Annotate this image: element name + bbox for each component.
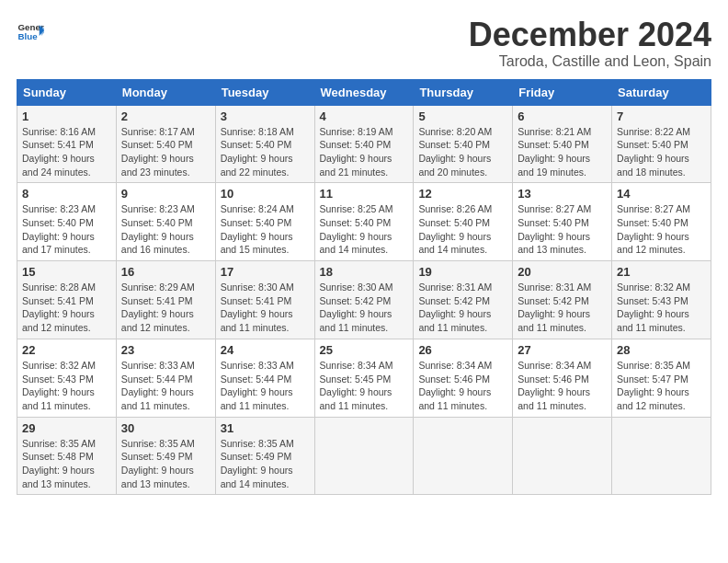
- day-number: 5: [418, 109, 507, 123]
- header-saturday: Saturday: [612, 79, 711, 105]
- week-row-4: 22 Sunrise: 8:32 AM Sunset: 5:43 PM Dayl…: [17, 339, 711, 417]
- calendar-table: Sunday Monday Tuesday Wednesday Thursday…: [17, 79, 711, 496]
- daylight-label: Daylight: 9 hours and 20 minutes.: [418, 153, 491, 178]
- daylight-label: Daylight: 9 hours and 18 minutes.: [617, 153, 689, 178]
- day-number: 3: [221, 109, 310, 123]
- sunrise-label: Sunrise: 8:23 AM: [121, 203, 195, 214]
- sunset-label: Sunset: 5:44 PM: [221, 373, 292, 385]
- daylight-label: Daylight: 9 hours and 11 minutes.: [22, 386, 95, 411]
- sunset-label: Sunset: 5:40 PM: [121, 217, 193, 228]
- day-info: Sunrise: 8:16 AM Sunset: 5:41 PM Dayligh…: [22, 125, 111, 179]
- title-area: December 2024 Taroda, Castille and Leon,…: [469, 17, 711, 70]
- calendar-cell: 8 Sunrise: 8:23 AM Sunset: 5:40 PM Dayli…: [17, 183, 117, 261]
- day-info: Sunrise: 8:25 AM Sunset: 5:40 PM Dayligh…: [320, 202, 409, 257]
- sunrise-label: Sunrise: 8:34 AM: [418, 360, 492, 371]
- day-number: 12: [418, 187, 507, 201]
- daylight-label: Daylight: 9 hours and 14 minutes.: [320, 231, 392, 256]
- calendar-cell: [414, 417, 513, 495]
- daylight-label: Daylight: 9 hours and 11 minutes.: [518, 308, 590, 333]
- day-number: 7: [617, 109, 706, 123]
- day-info: Sunrise: 8:31 AM Sunset: 5:42 PM Dayligh…: [518, 281, 607, 335]
- sunrise-label: Sunrise: 8:33 AM: [121, 360, 195, 371]
- day-number: 4: [320, 109, 409, 123]
- calendar-cell: 16 Sunrise: 8:29 AM Sunset: 5:41 PM Dayl…: [116, 261, 215, 339]
- sunset-label: Sunset: 5:40 PM: [320, 139, 392, 150]
- logo: General Blue: [17, 17, 44, 44]
- calendar-cell: 19 Sunrise: 8:31 AM Sunset: 5:42 PM Dayl…: [414, 261, 513, 339]
- sunset-label: Sunset: 5:46 PM: [418, 373, 490, 385]
- calendar-cell: 24 Sunrise: 8:33 AM Sunset: 5:44 PM Dayl…: [215, 339, 314, 417]
- calendar-cell: 25 Sunrise: 8:34 AM Sunset: 5:45 PM Dayl…: [314, 339, 414, 417]
- header-friday: Friday: [513, 79, 612, 105]
- calendar-cell: 5 Sunrise: 8:20 AM Sunset: 5:40 PM Dayli…: [414, 105, 513, 183]
- calendar-cell: 27 Sunrise: 8:34 AM Sunset: 5:46 PM Dayl…: [513, 339, 612, 417]
- calendar-cell: 3 Sunrise: 8:18 AM Sunset: 5:40 PM Dayli…: [215, 105, 314, 183]
- day-number: 10: [221, 187, 310, 201]
- subtitle: Taroda, Castille and Leon, Spain: [469, 53, 711, 70]
- daylight-label: Daylight: 9 hours and 19 minutes.: [518, 153, 590, 178]
- calendar-cell: 21 Sunrise: 8:32 AM Sunset: 5:43 PM Dayl…: [612, 261, 711, 339]
- sunset-label: Sunset: 5:44 PM: [121, 373, 193, 385]
- day-info: Sunrise: 8:35 AM Sunset: 5:49 PM Dayligh…: [221, 437, 310, 491]
- sunset-label: Sunset: 5:40 PM: [320, 217, 392, 228]
- daylight-label: Daylight: 9 hours and 13 minutes.: [518, 231, 590, 256]
- daylight-label: Daylight: 9 hours and 12 minutes.: [617, 386, 689, 411]
- day-info: Sunrise: 8:33 AM Sunset: 5:44 PM Dayligh…: [121, 359, 210, 413]
- day-info: Sunrise: 8:32 AM Sunset: 5:43 PM Dayligh…: [22, 359, 111, 413]
- sunset-label: Sunset: 5:49 PM: [221, 451, 292, 462]
- sunrise-label: Sunrise: 8:19 AM: [320, 126, 393, 137]
- day-info: Sunrise: 8:35 AM Sunset: 5:47 PM Dayligh…: [617, 359, 706, 413]
- sunrise-label: Sunrise: 8:34 AM: [320, 360, 393, 371]
- day-number: 14: [617, 187, 706, 201]
- sunset-label: Sunset: 5:42 PM: [418, 295, 490, 306]
- sunset-label: Sunset: 5:41 PM: [22, 295, 94, 306]
- daylight-label: Daylight: 9 hours and 15 minutes.: [221, 231, 293, 256]
- day-info: Sunrise: 8:19 AM Sunset: 5:40 PM Dayligh…: [320, 125, 409, 179]
- calendar-cell: 18 Sunrise: 8:30 AM Sunset: 5:42 PM Dayl…: [314, 261, 414, 339]
- day-info: Sunrise: 8:23 AM Sunset: 5:40 PM Dayligh…: [22, 202, 111, 257]
- day-number: 13: [518, 187, 607, 201]
- week-row-2: 8 Sunrise: 8:23 AM Sunset: 5:40 PM Dayli…: [17, 183, 711, 261]
- day-number: 20: [518, 265, 607, 279]
- day-info: Sunrise: 8:30 AM Sunset: 5:41 PM Dayligh…: [221, 281, 310, 335]
- day-info: Sunrise: 8:30 AM Sunset: 5:42 PM Dayligh…: [320, 281, 409, 335]
- header-row: Sunday Monday Tuesday Wednesday Thursday…: [17, 79, 711, 105]
- sunset-label: Sunset: 5:40 PM: [518, 217, 589, 228]
- sunset-label: Sunset: 5:40 PM: [418, 139, 490, 150]
- sunrise-label: Sunrise: 8:28 AM: [22, 282, 96, 293]
- daylight-label: Daylight: 9 hours and 17 minutes.: [22, 231, 95, 256]
- daylight-label: Daylight: 9 hours and 12 minutes.: [617, 231, 689, 256]
- calendar-cell: 13 Sunrise: 8:27 AM Sunset: 5:40 PM Dayl…: [513, 183, 612, 261]
- sunrise-label: Sunrise: 8:17 AM: [121, 126, 195, 137]
- header-thursday: Thursday: [414, 79, 513, 105]
- calendar-cell: 7 Sunrise: 8:22 AM Sunset: 5:40 PM Dayli…: [612, 105, 711, 183]
- header-tuesday: Tuesday: [215, 79, 314, 105]
- sunrise-label: Sunrise: 8:26 AM: [418, 203, 492, 214]
- sunset-label: Sunset: 5:49 PM: [121, 451, 193, 462]
- calendar-cell: 9 Sunrise: 8:23 AM Sunset: 5:40 PM Dayli…: [116, 183, 215, 261]
- daylight-label: Daylight: 9 hours and 11 minutes.: [121, 386, 194, 411]
- calendar-cell: 15 Sunrise: 8:28 AM Sunset: 5:41 PM Dayl…: [17, 261, 117, 339]
- sunrise-label: Sunrise: 8:30 AM: [320, 282, 393, 293]
- calendar-cell: 17 Sunrise: 8:30 AM Sunset: 5:41 PM Dayl…: [215, 261, 314, 339]
- calendar-cell: 14 Sunrise: 8:27 AM Sunset: 5:40 PM Dayl…: [612, 183, 711, 261]
- sunset-label: Sunset: 5:40 PM: [121, 139, 193, 150]
- sunset-label: Sunset: 5:40 PM: [221, 139, 292, 150]
- calendar-cell: 4 Sunrise: 8:19 AM Sunset: 5:40 PM Dayli…: [314, 105, 414, 183]
- calendar-cell: 26 Sunrise: 8:34 AM Sunset: 5:46 PM Dayl…: [414, 339, 513, 417]
- calendar-cell: 29 Sunrise: 8:35 AM Sunset: 5:48 PM Dayl…: [17, 417, 117, 495]
- daylight-label: Daylight: 9 hours and 21 minutes.: [320, 153, 392, 178]
- day-number: 23: [121, 343, 210, 357]
- day-info: Sunrise: 8:35 AM Sunset: 5:49 PM Dayligh…: [121, 437, 210, 491]
- calendar-cell: 28 Sunrise: 8:35 AM Sunset: 5:47 PM Dayl…: [612, 339, 711, 417]
- daylight-label: Daylight: 9 hours and 11 minutes.: [320, 386, 392, 411]
- sunrise-label: Sunrise: 8:31 AM: [518, 282, 591, 293]
- day-number: 11: [320, 187, 409, 201]
- day-number: 16: [121, 265, 210, 279]
- day-info: Sunrise: 8:29 AM Sunset: 5:41 PM Dayligh…: [121, 281, 210, 335]
- day-info: Sunrise: 8:32 AM Sunset: 5:43 PM Dayligh…: [617, 281, 706, 335]
- day-number: 27: [518, 343, 607, 357]
- day-info: Sunrise: 8:34 AM Sunset: 5:45 PM Dayligh…: [320, 359, 409, 413]
- day-number: 31: [221, 421, 310, 435]
- sunset-label: Sunset: 5:40 PM: [221, 217, 292, 228]
